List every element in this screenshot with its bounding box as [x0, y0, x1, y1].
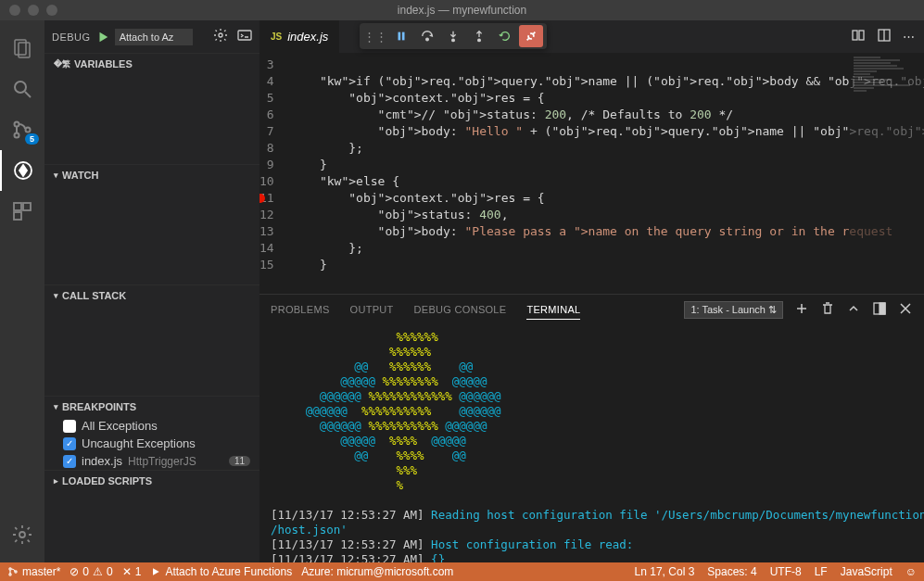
svg-point-11: [19, 532, 25, 537]
svg-point-5: [15, 133, 19, 138]
debug-header-actions: [213, 28, 252, 45]
breakpoint-checkbox[interactable]: [63, 420, 76, 433]
window-controls: [0, 5, 57, 16]
minimap[interactable]: [850, 53, 924, 294]
encoding-item[interactable]: UTF-8: [770, 565, 802, 578]
debug-sidebar: DEBUG Attach to Az �繁VARIABLES ▾WATCH ▾C…: [44, 20, 259, 562]
variables-section: �繁VARIABLES: [44, 53, 259, 164]
minimize-window-button[interactable]: [28, 5, 39, 16]
callstack-section: ▾CALL STACK: [44, 284, 259, 396]
svg-rect-24: [880, 303, 885, 314]
breakpoint-path: HttpTriggerJS: [128, 455, 196, 468]
js-file-icon: JS: [271, 32, 282, 42]
svg-point-6: [26, 128, 31, 133]
svg-point-18: [478, 39, 481, 42]
attach-item[interactable]: Attach to Azure Functions: [150, 565, 292, 578]
extensions-icon[interactable]: [0, 191, 44, 232]
main-row: 5 DEBUG Attach to Az �繁VARIABLES: [0, 20, 924, 562]
toggle-panel-icon[interactable]: [872, 301, 887, 318]
debug-toolbar: ⋮⋮: [360, 23, 547, 49]
tab-problems[interactable]: PROBLEMS: [271, 300, 330, 319]
activity-bar: 5: [0, 20, 44, 562]
restart-button[interactable]: [493, 25, 517, 47]
close-panel-icon[interactable]: [898, 301, 913, 318]
debug-config-select[interactable]: Attach to Az: [115, 29, 193, 45]
breakpoint-checkbox[interactable]: ✓: [63, 455, 76, 468]
feedback-icon[interactable]: ☺: [905, 565, 917, 578]
maximize-panel-icon[interactable]: [846, 301, 861, 318]
svg-rect-14: [399, 32, 401, 41]
debug-settings-icon[interactable]: [213, 28, 228, 45]
step-into-button[interactable]: [441, 25, 465, 47]
tab-terminal[interactable]: TERMINAL: [526, 300, 580, 320]
tab-indexjs[interactable]: JS index.js: [259, 20, 340, 53]
tab-output[interactable]: OUTPUT: [350, 300, 394, 319]
problems-item[interactable]: ⊘0 ⚠0: [70, 565, 112, 578]
svg-rect-19: [853, 31, 857, 40]
svg-rect-9: [23, 203, 31, 210]
titlebar: index.js — mynewfunction: [0, 0, 924, 20]
search-icon[interactable]: [0, 69, 44, 109]
debug-icon[interactable]: [0, 150, 44, 191]
breakpoints-header[interactable]: ▾BREAKPOINTS: [44, 397, 259, 417]
svg-point-16: [426, 38, 429, 41]
git-branch-item[interactable]: master*: [7, 565, 60, 578]
breakpoint-row[interactable]: All Exceptions: [44, 417, 259, 435]
new-terminal-icon[interactable]: [794, 301, 809, 318]
explorer-icon[interactable]: [0, 28, 44, 69]
debug-header: DEBUG Attach to Az: [44, 20, 259, 53]
cursor-position-item[interactable]: Ln 17, Col 3: [635, 565, 695, 578]
chevron-updown-icon: ⇅: [768, 304, 777, 315]
scm-icon[interactable]: 5: [0, 109, 44, 150]
svg-point-2: [15, 82, 26, 93]
terminal-content[interactable]: %%%%%% %%%%%% @@ %%%%%% @@ @@@@@ %%%%%%%…: [259, 324, 924, 562]
status-bar: master* ⊘0 ⚠0 ✕1 Attach to Azure Functio…: [0, 562, 924, 581]
eol-item[interactable]: LF: [815, 565, 828, 578]
svg-rect-8: [14, 203, 21, 210]
bottom-panel: PROBLEMS OUTPUT DEBUG CONSOLE TERMINAL 1…: [259, 294, 924, 562]
svg-point-17: [452, 39, 455, 42]
svg-point-4: [15, 122, 19, 127]
breakpoints-section: ▾BREAKPOINTS All Exceptions✓Uncaught Exc…: [44, 396, 259, 470]
code-editor[interactable]: 3456789101112131415 "kw">if ("obj">req."…: [259, 53, 924, 294]
more-icon[interactable]: ⋯: [903, 30, 915, 44]
indentation-item[interactable]: Spaces: 4: [707, 565, 756, 578]
breakpoint-row[interactable]: ✓index.jsHttpTriggerJS11: [44, 452, 259, 470]
compare-icon[interactable]: [851, 28, 866, 45]
gutter[interactable]: 3456789101112131415: [259, 53, 291, 294]
language-item[interactable]: JavaScript: [841, 565, 892, 578]
close-window-button[interactable]: [9, 5, 20, 16]
svg-point-12: [219, 33, 222, 37]
code-content[interactable]: "kw">if ("obj">req."obj">query."obj">nam…: [291, 53, 924, 294]
maximize-window-button[interactable]: [46, 5, 57, 16]
disconnect-button[interactable]: [519, 25, 543, 47]
info-item[interactable]: ✕1: [122, 565, 142, 578]
step-over-button[interactable]: [415, 25, 439, 47]
kill-terminal-icon[interactable]: [820, 301, 835, 318]
info-x-icon: ✕: [122, 565, 132, 578]
pause-button[interactable]: [389, 25, 413, 47]
variables-header[interactable]: �繁VARIABLES: [44, 54, 259, 74]
breakpoint-dot[interactable]: [259, 194, 265, 203]
split-editor-icon[interactable]: [877, 28, 892, 45]
svg-line-3: [25, 92, 31, 97]
svg-point-26: [9, 574, 11, 575]
terminal-task-select[interactable]: 1: Task - Launch ⇅: [684, 301, 783, 319]
breakpoint-row[interactable]: ✓Uncaught Exceptions: [44, 435, 259, 452]
tabs-row: JS index.js ⋮⋮ ⋯: [259, 20, 924, 53]
breakpoint-checkbox[interactable]: ✓: [63, 437, 76, 450]
breakpoint-label: Uncaught Exceptions: [82, 436, 196, 450]
svg-rect-10: [14, 212, 21, 220]
scm-badge: 5: [25, 133, 39, 145]
toolbar-grip-icon[interactable]: ⋮⋮: [363, 25, 387, 47]
editor-actions: ⋯: [851, 20, 924, 53]
watch-header[interactable]: ▾WATCH: [44, 165, 259, 185]
debug-console-icon[interactable]: [237, 28, 252, 45]
settings-gear-icon[interactable]: [0, 514, 44, 555]
loaded-scripts-header[interactable]: ▸LOADED SCRIPTS: [44, 471, 259, 491]
callstack-header[interactable]: ▾CALL STACK: [44, 285, 259, 306]
tab-debug-console[interactable]: DEBUG CONSOLE: [414, 300, 507, 319]
step-out-button[interactable]: [467, 25, 491, 47]
azure-account-item[interactable]: Azure: micrum@microsoft.com: [301, 565, 453, 578]
start-debug-button[interactable]: [96, 31, 109, 44]
